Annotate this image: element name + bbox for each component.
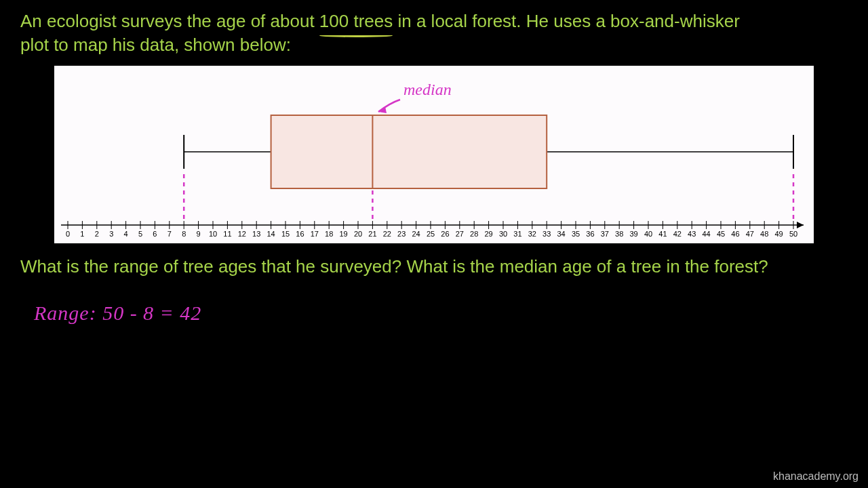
problem-text: An ecologist surveys the age of about 10… (0, 0, 868, 62)
boxplot-overlay (54, 66, 814, 243)
question-text: What is the range of tree ages that he s… (20, 256, 848, 277)
underline-icon (319, 34, 393, 37)
watermark: khanacademy.org (773, 470, 859, 483)
svg-rect-57 (271, 115, 547, 188)
problem-highlight-text: 100 trees (319, 11, 393, 31)
problem-line2: plot to map his data, shown below: (20, 35, 291, 55)
problem-line1-pre: An ecologist surveys the age of about (20, 11, 319, 31)
svg-marker-59 (378, 106, 387, 113)
problem-line1-post: in a local forest. He uses a box-and-whi… (393, 11, 740, 31)
handwritten-range: Range: 50 - 8 = 42 (34, 302, 201, 325)
boxplot-canvas: 0123456789101112131415161718192021222324… (54, 66, 814, 243)
highlight-100-trees: 100 trees (319, 9, 393, 33)
